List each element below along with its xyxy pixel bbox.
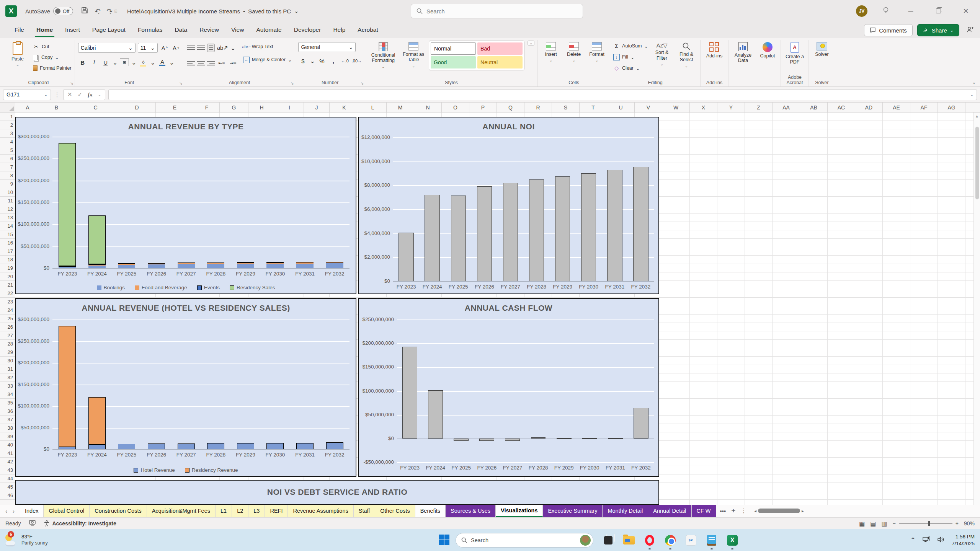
column-header-ab[interactable]: AB <box>800 103 828 112</box>
column-header-s[interactable]: S <box>552 103 580 112</box>
align-center-icon[interactable] <box>197 61 205 65</box>
insert-cells-button[interactable]: Insert⌄ <box>541 41 561 63</box>
menu-tab-home[interactable]: Home <box>30 22 59 38</box>
column-header-n[interactable]: N <box>414 103 442 112</box>
next-sheet-icon[interactable]: › <box>13 508 15 514</box>
zoom-slider[interactable]: − + <box>893 520 959 527</box>
cell-style-bad[interactable]: Bad <box>477 42 523 55</box>
undo-icon[interactable]: ↶⌄ <box>95 7 100 16</box>
scroll-up-icon[interactable]: ▲ <box>975 114 979 118</box>
sheet-tab-annual-detail[interactable]: Annual Detail <box>648 505 691 517</box>
column-header-v[interactable]: V <box>635 103 662 112</box>
prev-sheet-icon[interactable]: ‹ <box>5 508 7 514</box>
search-input[interactable]: Search <box>411 4 583 18</box>
save-icon[interactable] <box>81 7 88 16</box>
align-middle-icon[interactable] <box>197 46 205 50</box>
weather-widget[interactable]: 6 83°F Partly sunny <box>0 533 48 547</box>
name-box[interactable]: G171 ⌄ <box>3 89 51 100</box>
taskbar-search[interactable]: Search <box>456 533 593 548</box>
start-button[interactable] <box>439 535 450 546</box>
font-dialog-launcher[interactable]: ↘ <box>179 81 182 85</box>
font-name-select[interactable]: Calibri⌄ <box>78 43 136 53</box>
sheet-tab-refi[interactable]: REFI <box>265 505 288 517</box>
sheet-tab-other-costs[interactable]: Other Costs <box>375 505 415 517</box>
menu-tab-acrobat[interactable]: Acrobat <box>351 22 384 38</box>
column-header-af[interactable]: AF <box>910 103 938 112</box>
analyze-data-button[interactable]: Analyze Data <box>732 41 755 64</box>
column-header-p[interactable]: P <box>469 103 497 112</box>
accounting-format-button[interactable]: $ <box>298 56 307 66</box>
clipboard-dialog-launcher[interactable]: ↘ <box>70 81 73 85</box>
zoom-level[interactable]: 90% <box>964 520 975 527</box>
sheet-tab-benefits[interactable]: Benefits <box>415 505 446 517</box>
minimize-button[interactable]: ─ <box>904 7 917 15</box>
share-button[interactable]: Share ⌄ <box>917 24 959 36</box>
restore-button[interactable] <box>932 7 945 15</box>
hscroll-right-icon[interactable]: ▸ <box>802 509 804 514</box>
customize-qat-icon[interactable]: ⍗ <box>114 9 117 14</box>
increase-indent-button[interactable]: ⇥≡ <box>229 58 238 68</box>
horizontal-scroll-thumb[interactable] <box>758 509 800 513</box>
merge-center-button[interactable]: ⇔Merge & Center⌄ <box>243 55 292 64</box>
menu-tab-developer[interactable]: Developer <box>288 22 327 38</box>
underline-button[interactable]: U <box>101 57 110 67</box>
column-header-l[interactable]: L <box>359 103 387 112</box>
taskbar-excel-icon[interactable]: X <box>726 534 739 547</box>
hscroll-left-icon[interactable]: ◂ <box>754 509 756 514</box>
comma-style-button[interactable]: , <box>329 56 338 66</box>
cell-style-good[interactable]: Good <box>431 56 476 68</box>
autosave-control[interactable]: AutoSave Off <box>25 7 73 15</box>
sheet-tab-monthly-detail[interactable]: Monthly Detail <box>603 505 648 517</box>
column-header-aa[interactable]: AA <box>773 103 800 112</box>
horizontal-scrollbar[interactable]: ◂ ▸ <box>754 509 804 514</box>
delete-cells-button[interactable]: Delete⌄ <box>564 41 584 63</box>
column-header-o[interactable]: O <box>442 103 469 112</box>
sheet-tab-l2[interactable]: L2 <box>232 505 248 517</box>
column-header-z[interactable]: Z <box>745 103 773 112</box>
user-avatar[interactable]: JV <box>856 5 867 17</box>
cell-style-normal[interactable]: Normal <box>431 42 476 55</box>
clock[interactable]: 1:56 PM 7/14/2025 <box>952 533 975 547</box>
sheet-tab-sources-uses[interactable]: Sources & Uses <box>446 505 496 517</box>
column-header-d[interactable]: D <box>118 103 156 112</box>
sheet-tab-executive-summary[interactable]: Executive Summary <box>543 505 603 517</box>
column-header-k[interactable]: K <box>330 103 359 112</box>
column-header-b[interactable]: B <box>40 103 73 112</box>
chart-revenue-by-type[interactable]: ANNUAL REVENUE BY TYPE$0$50,000,000$100,… <box>15 117 356 294</box>
autosum-button[interactable]: ΣAutoSum⌄ <box>613 41 648 51</box>
close-button[interactable]: ✕ <box>959 7 972 15</box>
sheet-options-icon[interactable]: ⋮ <box>741 507 746 514</box>
align-bottom-icon[interactable] <box>207 44 215 52</box>
find-select-button[interactable]: Find & Select⌄ <box>676 41 697 68</box>
sheet-tab-construction-costs[interactable]: Construction Costs <box>90 505 147 517</box>
fill-color-button[interactable]: ⬨ <box>139 57 148 67</box>
column-header-q[interactable]: Q <box>497 103 524 112</box>
column-header-u[interactable]: U <box>607 103 635 112</box>
autosave-toggle[interactable]: Off <box>53 7 73 15</box>
column-header-m[interactable]: M <box>387 103 414 112</box>
format-cells-button[interactable]: Format⌄ <box>587 41 607 63</box>
menu-tab-data[interactable]: Data <box>168 22 193 38</box>
select-all-corner[interactable] <box>0 103 15 112</box>
menu-tab-help[interactable]: Help <box>327 22 351 38</box>
taskbar-task-view-icon[interactable] <box>602 534 615 547</box>
alignment-dialog-launcher[interactable]: ↘ <box>291 81 294 85</box>
people-icon[interactable] <box>966 26 974 35</box>
macro-record-icon[interactable] <box>29 520 36 527</box>
accessibility-status[interactable]: Accessibility: Investigate <box>44 520 116 527</box>
chart-annual-noi[interactable]: ANNUAL NOI$0$2,000,000$4,000,000$6,000,0… <box>358 117 659 294</box>
volume-icon[interactable] <box>937 536 945 544</box>
lightbulb-icon[interactable] <box>882 7 890 16</box>
column-header-a[interactable]: A <box>15 103 40 112</box>
sheet-tab-cf-w[interactable]: CF W <box>692 505 716 517</box>
styles-gallery-scroll[interactable]: ⌄ <box>528 41 534 46</box>
sheet-tab-acquisition-mgmt-fees[interactable]: Acquisition&Mgmt Fees <box>147 505 216 517</box>
align-right-icon[interactable] <box>207 61 215 65</box>
orientation-button[interactable]: ab↗ <box>217 43 228 53</box>
taskbar-file-explorer-icon[interactable] <box>622 534 635 547</box>
clear-button[interactable]: ◇Clear⌄ <box>613 64 648 73</box>
italic-button[interactable]: I <box>90 57 99 67</box>
enter-icon[interactable]: ✓ <box>78 91 83 98</box>
taskbar-notepad-icon[interactable] <box>705 534 718 547</box>
formula-input[interactable]: ⌄ <box>108 89 977 100</box>
